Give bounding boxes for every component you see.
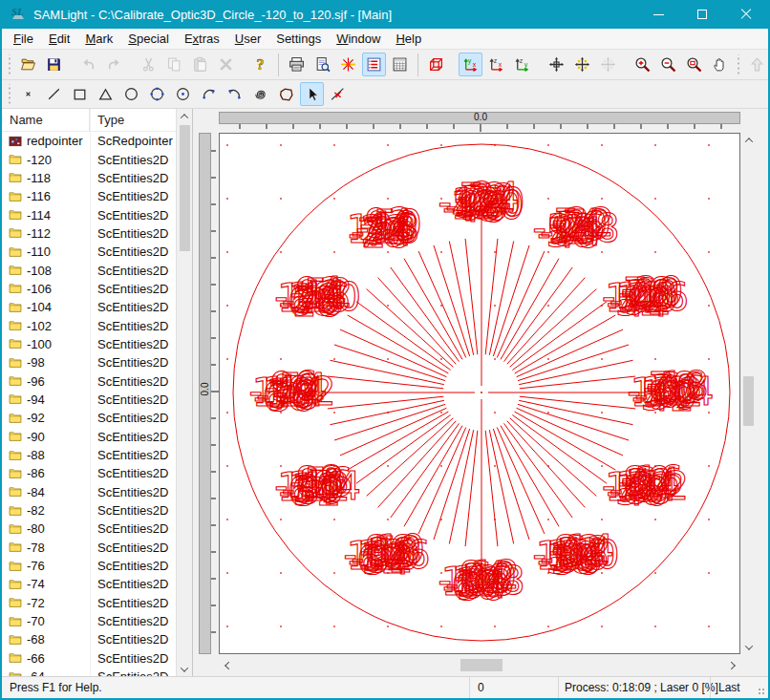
list-item--96[interactable]: -96ScEntities2D bbox=[2, 371, 176, 390]
menu-special[interactable]: Special bbox=[120, 30, 177, 48]
scroll-right-button[interactable] bbox=[724, 657, 740, 673]
resize-grip[interactable] bbox=[755, 677, 768, 698]
entity-list-button[interactable] bbox=[362, 53, 386, 76]
open-file-button[interactable] bbox=[16, 53, 40, 76]
menu-help[interactable]: Help bbox=[388, 30, 429, 48]
scroll-up-button[interactable] bbox=[177, 109, 193, 123]
list-item--74[interactable]: -74ScEntities2D bbox=[2, 575, 176, 593]
list-item--64[interactable]: -64ScEntities2D bbox=[2, 668, 176, 676]
list-item--120[interactable]: -120ScEntities2D bbox=[2, 150, 176, 168]
scrollbar-thumb[interactable] bbox=[743, 376, 754, 426]
center-view-button[interactable] bbox=[545, 53, 568, 76]
select-button[interactable] bbox=[300, 82, 324, 106]
svg-text:z: z bbox=[494, 57, 498, 64]
menu-extras[interactable]: Extras bbox=[177, 30, 227, 48]
scroll-down-button[interactable] bbox=[177, 662, 193, 676]
close-button[interactable] bbox=[724, 0, 768, 29]
list-item--102[interactable]: -102ScEntities2D bbox=[2, 316, 176, 334]
zoom-in-button[interactable] bbox=[631, 53, 654, 76]
circle-button[interactable] bbox=[119, 82, 143, 106]
circle-center-button[interactable] bbox=[171, 82, 195, 106]
list-item--66[interactable]: -66ScEntities2D bbox=[2, 649, 176, 668]
title-bar[interactable]: SL SAMLight - C:\Calibrate_Optic3D_Circl… bbox=[2, 0, 768, 29]
mark-dialog-button[interactable] bbox=[388, 53, 412, 76]
center-marking-button[interactable] bbox=[570, 53, 594, 76]
canvas-vertical-scrollbar[interactable] bbox=[740, 133, 757, 654]
list-item--80[interactable]: -80ScEntities2D bbox=[2, 520, 176, 538]
list-item--70[interactable]: -70ScEntities2D bbox=[2, 612, 176, 630]
toolbar-grip[interactable] bbox=[736, 54, 741, 75]
scroll-up-button[interactable] bbox=[740, 133, 757, 147]
triangle-button[interactable] bbox=[94, 82, 118, 106]
scroll-left-button[interactable] bbox=[219, 657, 235, 673]
menu-mark[interactable]: Mark bbox=[77, 30, 120, 48]
split-line-button[interactable] bbox=[326, 82, 350, 106]
list-item--98[interactable]: -98ScEntities2D bbox=[2, 353, 176, 371]
circle-handles-button[interactable] bbox=[145, 82, 169, 106]
toolbar-grip[interactable] bbox=[7, 54, 12, 75]
drawing-viewport[interactable]: -120-96-72-48-24024487296120-118-94-70-4… bbox=[219, 133, 740, 654]
list-item--112[interactable]: -112ScEntities2D bbox=[2, 224, 176, 243]
scrollbar-thumb[interactable] bbox=[180, 125, 190, 251]
pan-button[interactable] bbox=[708, 53, 732, 76]
list-item--118[interactable]: -118ScEntities2D bbox=[2, 169, 176, 187]
polygon-button[interactable] bbox=[274, 82, 298, 106]
spiral-button[interactable] bbox=[248, 82, 272, 106]
list-item--78[interactable]: -78ScEntities2D bbox=[2, 539, 176, 557]
view-3d-button[interactable] bbox=[424, 53, 448, 76]
print-preview-button[interactable] bbox=[310, 53, 334, 76]
line-button[interactable] bbox=[42, 82, 66, 106]
print-button[interactable] bbox=[285, 53, 309, 76]
scroll-down-button[interactable] bbox=[740, 640, 757, 654]
menu-user[interactable]: User bbox=[227, 30, 268, 48]
menu-window[interactable]: Window bbox=[329, 30, 388, 48]
list-item--116[interactable]: -116ScEntities2D bbox=[2, 187, 176, 205]
arc-ccw-button[interactable] bbox=[223, 82, 246, 106]
view-xz-button[interactable]: xz bbox=[484, 53, 508, 76]
list-item--90[interactable]: -90ScEntities2D bbox=[2, 428, 176, 446]
list-item--114[interactable]: -114ScEntities2D bbox=[2, 205, 176, 223]
menu-edit[interactable]: Edit bbox=[41, 30, 77, 48]
entity-name: -100 bbox=[27, 337, 90, 351]
entity-list-scrollbar[interactable] bbox=[176, 109, 192, 676]
list-item--92[interactable]: -92ScEntities2D bbox=[2, 409, 176, 427]
save-file-button[interactable] bbox=[42, 53, 66, 76]
menu-file[interactable]: File bbox=[6, 30, 41, 48]
list-item--82[interactable]: -82ScEntities2D bbox=[2, 501, 176, 520]
list-item--104[interactable]: -104ScEntities2D bbox=[2, 298, 176, 316]
list-item--100[interactable]: -100ScEntities2D bbox=[2, 335, 176, 353]
folder-icon bbox=[8, 374, 23, 388]
view-yz-button[interactable]: yz bbox=[510, 53, 534, 76]
zoom-out-button[interactable] bbox=[656, 53, 680, 76]
point-button[interactable] bbox=[16, 82, 40, 106]
list-item--68[interactable]: -68ScEntities2D bbox=[2, 630, 176, 648]
list-item--84[interactable]: -84ScEntities2D bbox=[2, 483, 176, 501]
column-header-name[interactable]: Name bbox=[2, 109, 90, 131]
svg-text:98: 98 bbox=[548, 207, 597, 251]
scrollbar-thumb[interactable] bbox=[460, 659, 503, 671]
list-item--86[interactable]: -86ScEntities2D bbox=[2, 464, 176, 482]
list-item--88[interactable]: -88ScEntities2D bbox=[2, 446, 176, 464]
minimize-button[interactable] bbox=[636, 0, 680, 29]
toolbar-grip[interactable] bbox=[7, 84, 12, 105]
delete-button bbox=[214, 53, 238, 76]
list-item--94[interactable]: -94ScEntities2D bbox=[2, 391, 176, 409]
canvas-horizontal-scrollbar[interactable] bbox=[219, 657, 740, 673]
entity-list-header[interactable]: Name Type bbox=[2, 109, 176, 132]
menu-settings[interactable]: Settings bbox=[268, 30, 329, 48]
help-button[interactable]: ? bbox=[248, 53, 272, 76]
maximize-button[interactable] bbox=[680, 0, 724, 29]
toolbar-separator bbox=[278, 53, 279, 76]
list-item--110[interactable]: -110ScEntities2D bbox=[2, 243, 176, 261]
rectangle-button[interactable] bbox=[68, 82, 92, 106]
column-header-type[interactable]: Type bbox=[90, 113, 124, 127]
zoom-fit-button[interactable] bbox=[682, 53, 706, 76]
list-item--72[interactable]: -72ScEntities2D bbox=[2, 594, 176, 612]
arc-cw-button[interactable] bbox=[197, 82, 221, 106]
list-item-redpointer[interactable]: redpointerScRedpointer bbox=[2, 132, 176, 150]
laser-mark-button[interactable] bbox=[336, 53, 360, 76]
list-item--106[interactable]: -106ScEntities2D bbox=[2, 280, 176, 298]
view-xy-button[interactable]: xy bbox=[459, 53, 482, 76]
list-item--108[interactable]: -108ScEntities2D bbox=[2, 261, 176, 279]
list-item--76[interactable]: -76ScEntities2D bbox=[2, 557, 176, 575]
